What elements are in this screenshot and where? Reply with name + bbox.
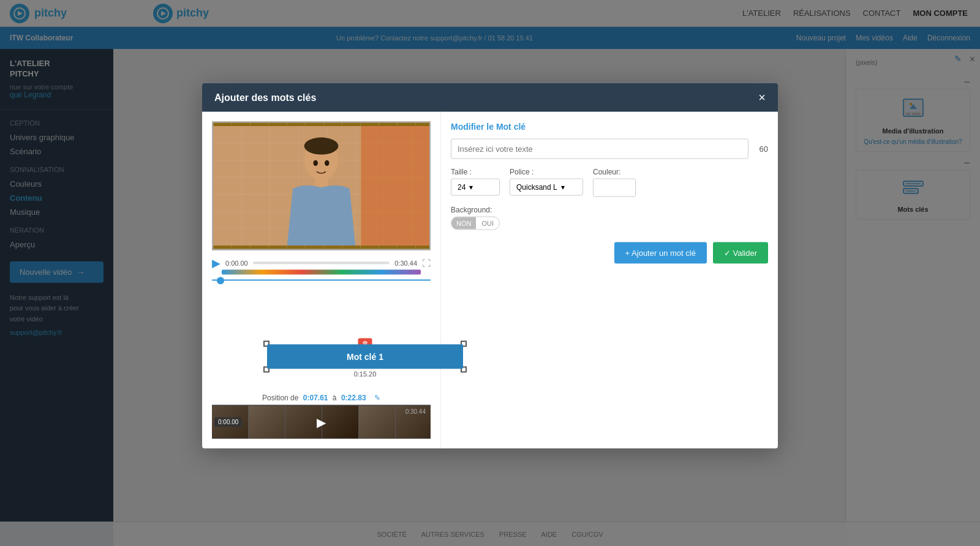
svg-point-31: [325, 160, 329, 166]
svg-rect-32: [361, 126, 429, 245]
form-area: Modifier le Mot clé 60 Taille : 24 ▾ Pol…: [441, 112, 778, 449]
keyword-label: Mot clé 1: [347, 352, 383, 362]
video-thumbnail: [212, 122, 431, 250]
end-time: 0:22.83: [341, 394, 366, 402]
taille-group: Taille : 24 ▾: [451, 168, 500, 196]
film-frame-4: [322, 406, 359, 439]
timeline-section: 🗑 Mot clé 1 0:15.20: [212, 280, 431, 439]
form-title: Modifier le Mot clé: [451, 122, 768, 132]
police-select[interactable]: Quicksand L ▾: [510, 179, 583, 196]
couleur-group: Couleur:: [593, 168, 636, 197]
keyword-text-input[interactable]: [451, 139, 748, 159]
modal-add-keywords: Ajouter des mots clés ×: [202, 83, 778, 449]
position-edit-icon[interactable]: ✎: [374, 394, 380, 402]
keyword-block[interactable]: Mot clé 1: [267, 345, 463, 369]
duration: 0:30.44: [394, 260, 417, 267]
police-chevron-icon: ▾: [561, 183, 565, 192]
add-btn-label: + Ajouter un mot clé: [625, 249, 696, 258]
police-group: Police : Quicksand L ▾: [510, 168, 583, 196]
police-value: Quicksand L: [516, 183, 557, 192]
validate-btn-label: ✓ Valider: [724, 249, 757, 258]
timeline-colorbar: [222, 270, 421, 275]
keyword-container: 🗑 Mot clé 1 0:15.20: [267, 345, 463, 378]
keyword-time-display: 0:15.20: [354, 370, 377, 378]
char-count: 60: [753, 144, 768, 154]
position-label: Position de: [262, 394, 298, 402]
fullscreen-button[interactable]: ⛶: [422, 258, 431, 268]
bg-non-option[interactable]: NON: [451, 217, 476, 230]
bg-oui-option[interactable]: OUI: [476, 217, 499, 230]
modal-header: Ajouter des mots clés ×: [202, 83, 778, 112]
background-row: Background: NON OUI: [451, 206, 768, 230]
couleur-label: Couleur:: [593, 168, 636, 176]
taille-label: Taille :: [451, 168, 500, 176]
add-keyword-button[interactable]: + Ajouter un mot clé: [614, 242, 707, 264]
taille-chevron-icon: ▾: [469, 183, 473, 192]
font-options-row: Taille : 24 ▾ Police : Quicksand L ▾ Cou…: [451, 168, 768, 197]
video-area: ▶ 0:00.00 0:30.44 ⛶ 🗑: [202, 112, 441, 449]
text-input-row: 60: [451, 139, 768, 159]
play-button[interactable]: ▶: [212, 256, 221, 270]
video-controls: ▶ 0:00.00 0:30.44 ⛶: [212, 256, 431, 270]
film-frame-5: [359, 406, 396, 439]
modal-close-button[interactable]: ×: [758, 91, 766, 105]
police-label: Police :: [510, 168, 583, 176]
modal-title: Ajouter des mots clés: [214, 92, 316, 103]
position-text: Position de 0:07.61 à 0:22.83 ✎: [262, 394, 380, 402]
current-time: 0:00.00: [225, 260, 248, 267]
timeline-end-label: 0:30.44: [405, 408, 426, 415]
validate-button[interactable]: ✓ Valider: [713, 242, 768, 264]
timeline-play-button[interactable]: ▶: [317, 415, 326, 430]
couleur-picker[interactable]: [593, 179, 636, 197]
svg-point-30: [313, 160, 317, 166]
progress-bar[interactable]: [253, 262, 390, 264]
start-time: 0:07.61: [303, 394, 328, 402]
separator: à: [333, 394, 337, 402]
timeline-handle[interactable]: [217, 277, 224, 285]
svg-point-28: [304, 138, 339, 155]
video-person-svg: [213, 123, 429, 249]
taille-value: 24: [458, 183, 466, 192]
modal-actions: + Ajouter un mot clé ✓ Valider: [451, 242, 768, 264]
bottom-timeline: 0:30.44 ▶ 0:00.00: [212, 405, 431, 439]
film-frame-2: [249, 406, 285, 439]
background-toggle[interactable]: NON OUI: [451, 217, 500, 230]
taille-select[interactable]: 24 ▾: [451, 179, 500, 196]
modal-body: ▶ 0:00.00 0:30.44 ⛶ 🗑: [202, 112, 778, 449]
background-label: Background:: [451, 206, 768, 214]
timeline-start-label: 0:00.00: [214, 417, 242, 427]
